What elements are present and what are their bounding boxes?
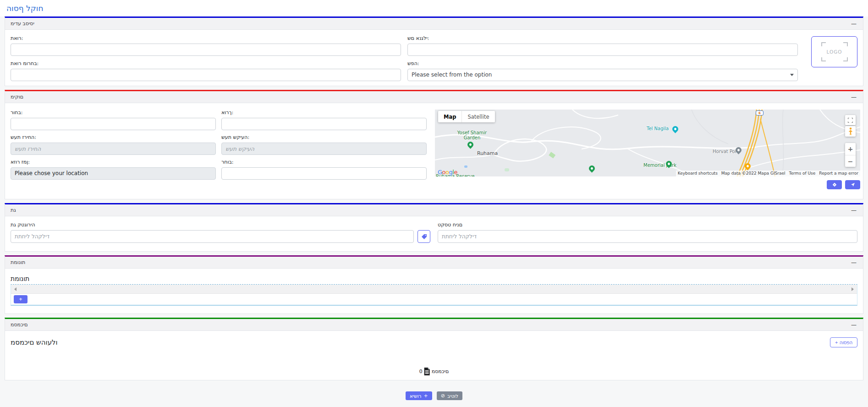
longitude-label: אורך: (221, 110, 427, 116)
route-icon (832, 182, 837, 187)
collapse-icon[interactable]: — (851, 322, 857, 328)
sunset-label: שעת שקיעה: (221, 134, 427, 140)
extended-description-label: תאור מורחב: (11, 60, 401, 66)
timezone-select[interactable]: Please chose your location (11, 167, 216, 180)
zoom-in-button[interactable]: + (845, 143, 856, 155)
scroll-right-icon[interactable] (852, 287, 854, 291)
chevron-down-icon (790, 74, 794, 76)
horizontal-scrollbar[interactable] (11, 285, 857, 294)
google-map[interactable]: 6 Yosef ShamirGarden Ruhama Tel Nagila H… (435, 110, 860, 176)
language-select-value: Please select from the option (412, 69, 492, 81)
section-documents-title: מסמכים (11, 322, 28, 328)
sunrise-input (11, 143, 216, 155)
cancel-button[interactable]: ⊘ ביטול (437, 391, 462, 400)
section-images-title: תמונות (11, 259, 25, 265)
zoom-control: + − (845, 143, 856, 167)
images-scroll-area: + (11, 284, 857, 306)
english-name-label: שם אנגלי: (407, 35, 798, 41)
locate-on-map-button[interactable] (827, 180, 842, 189)
logo-upload-box[interactable]: LOGO (811, 36, 857, 67)
documents-count: 0 מסמכים (419, 368, 449, 375)
longitude-input[interactable] (221, 118, 427, 130)
fullscreen-icon (848, 118, 853, 123)
route-shield-icon: 6 (756, 110, 764, 116)
navigation-arrow-icon (851, 182, 855, 187)
pegman-button[interactable] (845, 126, 856, 137)
tag-category-input[interactable] (11, 230, 414, 243)
tag-icon (421, 234, 427, 240)
section-basic-title: מידע בסיסי (11, 21, 34, 27)
uploaded-documents-label: מסמכים שהועלו (11, 336, 857, 346)
map-type-control: Map Satellite (438, 111, 495, 122)
language-label: שפה: (407, 60, 798, 66)
description-input[interactable] (11, 44, 401, 56)
sunset-input (221, 143, 427, 155)
free-text-label: טקסט חינם (438, 222, 857, 228)
images-list-label: תמונות (11, 275, 857, 282)
logo-corner-icon (843, 57, 848, 61)
language-select[interactable]: Please select from the option (407, 69, 798, 81)
section-location-title: מיקום (11, 94, 23, 100)
pegman-icon (848, 127, 853, 135)
document-icon (424, 368, 430, 375)
collapse-icon[interactable]: — (851, 94, 857, 100)
collapse-icon[interactable]: — (851, 260, 857, 265)
map-marker-label: Ruhama (477, 151, 498, 156)
map-action-buttons (827, 180, 860, 189)
scroll-left-icon[interactable] (14, 287, 16, 291)
street-input[interactable] (221, 167, 427, 180)
zoom-out-button[interactable]: − (845, 155, 856, 167)
add-image-button[interactable]: + (14, 295, 27, 303)
english-name-input[interactable] (407, 44, 798, 56)
extended-description-input[interactable] (11, 69, 401, 81)
logo-placeholder-text: LOGO (825, 49, 843, 55)
terms-of-use-link[interactable]: Terms of Use (787, 170, 818, 176)
logo-frame: LOGO (821, 42, 848, 61)
navigate-button[interactable] (845, 180, 860, 189)
documents-count-value: 0 (419, 368, 423, 374)
confirm-button[interactable]: אישור + (406, 391, 432, 400)
logo-corner-icon (821, 57, 826, 61)
map-marker-label: Tel Nagila (647, 126, 669, 131)
add-document-button[interactable]: + הוספה (830, 337, 857, 347)
plus-icon: + (424, 393, 428, 398)
page-title: הוסף לקוח (6, 4, 44, 13)
tag-picker-button[interactable] (418, 230, 430, 243)
sunrise-label: שעת זריחה: (11, 134, 216, 140)
page-header: הוסף לקוח (0, 0, 868, 16)
latitude-label: רוחב: (11, 110, 216, 116)
section-documents: מסמכים — מסמכים שהועלו + הוספה 0 מסמכים (5, 318, 863, 380)
footer-actions: אישור + ⊘ ביטול (0, 391, 868, 400)
cancel-icon: ⊘ (441, 393, 445, 398)
section-location: מיקום — רוחב: אורך: שעת זריחה: שעת שקיעה… (5, 90, 863, 199)
street-label: רחוב: (221, 159, 427, 165)
map-tab[interactable]: Map (438, 111, 462, 122)
map-data-text: Map data ©2022 Mapa GISrael (720, 170, 787, 176)
plus-icon: + (835, 340, 838, 345)
map-attribution: Keyboard shortcuts Map data ©2022 Mapa G… (676, 170, 860, 176)
logo-corner-icon (843, 42, 848, 46)
collapse-icon[interactable]: — (851, 208, 857, 213)
report-map-error-link[interactable]: Report a map error (817, 170, 860, 176)
section-tag-title: תג (11, 207, 16, 213)
satellite-tab[interactable]: Satellite (462, 111, 494, 122)
timezone-label: אזור זמן: (11, 159, 216, 165)
timezone-select-value: Please chose your location (15, 168, 88, 179)
section-tag: תג — תג קטגוריה טקסט חינם (5, 203, 863, 252)
documents-count-label: מסמכים (432, 368, 449, 374)
description-label: תאור: (11, 35, 401, 41)
logo-corner-icon (821, 42, 826, 46)
latitude-input[interactable] (11, 118, 216, 130)
free-text-input[interactable] (438, 230, 857, 243)
collapse-icon[interactable]: — (851, 21, 857, 27)
fullscreen-button[interactable] (845, 115, 856, 125)
tag-category-label: תג קטגוריה (11, 222, 430, 228)
keyboard-shortcuts-link[interactable]: Keyboard shortcuts (676, 170, 720, 176)
google-logo[interactable]: Google (438, 169, 457, 176)
map-marker-label: Yosef ShamirGarden (456, 130, 489, 140)
section-images: תמונות — תמונות + (5, 255, 863, 314)
section-basic-info: מידע בסיסי — תאור: שם אנגלי: תאור מורחב:… (5, 16, 863, 86)
